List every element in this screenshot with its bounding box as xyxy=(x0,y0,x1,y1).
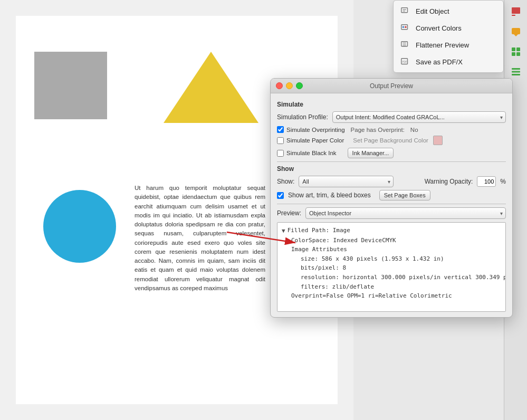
inspector-row-2: Image Attributes xyxy=(282,245,501,254)
show-section-header: Show xyxy=(277,165,506,173)
svg-text:PDF: PDF xyxy=(403,61,407,63)
set-page-boxes-button[interactable]: Set Page Boxes xyxy=(379,190,430,201)
svg-rect-7 xyxy=(516,52,520,56)
toolbar-btn-3[interactable] xyxy=(506,42,525,61)
close-button[interactable] xyxy=(276,82,283,89)
inspector-row-4: bits/pixel: 8 xyxy=(282,263,501,273)
show-bleed-row: Show art, trim, & bleed boxes Set Page B… xyxy=(277,190,506,201)
panel-titlebar: Output Preview xyxy=(271,79,512,93)
warning-opacity-unit: % xyxy=(500,178,506,185)
simulate-overprinting-label: Simulate Overprinting xyxy=(286,127,345,133)
inspector-row-7: Overprint=False OPM=1 ri=Relative Colori… xyxy=(282,291,501,301)
minimize-button[interactable] xyxy=(286,82,293,89)
svg-point-15 xyxy=(403,26,405,28)
inspector-row-3: size: 586 x 430 pixels (1.953 x 1.432 in… xyxy=(282,254,501,264)
menu-item-convert-colors-label: Convert Colors xyxy=(416,24,462,32)
flatten-icon xyxy=(400,40,410,50)
menu-item-edit-object-label: Edit Object xyxy=(416,7,449,15)
svg-rect-0 xyxy=(512,7,520,14)
simulate-paper-color-row: Simulate Paper Color Set Page Background… xyxy=(277,136,506,145)
menu-item-edit-object[interactable]: Edit Object xyxy=(394,3,503,20)
svg-rect-2 xyxy=(512,28,520,34)
panel-title: Output Preview xyxy=(370,82,413,90)
svg-rect-4 xyxy=(512,47,515,51)
svg-point-16 xyxy=(405,26,407,28)
simulate-paper-color-checkbox[interactable] xyxy=(277,137,284,144)
svg-marker-3 xyxy=(514,34,518,36)
simulate-black-ink-checkbox[interactable] xyxy=(277,150,284,157)
simulate-black-ink-row: Simulate Black Ink Ink Manager... xyxy=(277,148,506,158)
simulate-section-header: Simulate xyxy=(277,101,506,108)
simulation-profile-select[interactable]: Output Intent: Modified Coated GRACoL... xyxy=(332,111,506,123)
simulation-profile-select-wrapper: Output Intent: Modified Coated GRACoL... xyxy=(332,111,506,123)
inspector-row-1: ColorSpace: Indexed DeviceCMYK xyxy=(282,236,501,245)
svg-rect-14 xyxy=(401,25,408,30)
gray-rectangle xyxy=(34,52,107,119)
toolbar-btn-2[interactable] xyxy=(506,22,525,41)
preview-select[interactable]: Object Inspector xyxy=(305,207,506,219)
simulate-paper-color-label: Simulate Paper Color xyxy=(286,137,344,144)
maximize-button[interactable] xyxy=(296,82,303,89)
convert-colors-icon xyxy=(400,23,410,33)
tree-arrow-0: ▼ xyxy=(282,226,285,236)
blue-circle xyxy=(43,190,116,263)
show-art-trim-bleed-label: Show art, trim, & bleed boxes xyxy=(288,192,371,199)
simulate-overprinting-checkbox[interactable] xyxy=(277,126,284,133)
svg-rect-6 xyxy=(512,52,515,56)
menu-item-save-pdfx-label: Save as PDF/X xyxy=(416,58,463,66)
lorem-text: Ut harum quo temporit moluptatur sequat … xyxy=(135,184,265,293)
simulation-profile-row: Simulation Profile: Output Intent: Modif… xyxy=(277,111,506,123)
inspector-row-0: ▼ Filled Path: Image xyxy=(282,226,501,236)
yellow-triangle xyxy=(164,52,258,123)
output-preview-panel: Output Preview Simulate Simulation Profi… xyxy=(270,78,513,318)
save-pdfx-icon: PDF xyxy=(400,56,410,67)
show-label: Show: xyxy=(277,178,294,185)
titlebar-buttons xyxy=(276,82,303,89)
inspector-row-5: resolution: horizontal 300.000 pixels/in… xyxy=(282,273,501,282)
warning-opacity-input[interactable] xyxy=(477,176,496,187)
divider-1 xyxy=(277,161,506,162)
page-has-overprint-value: No xyxy=(410,127,418,133)
svg-rect-8 xyxy=(512,68,520,70)
menu-item-convert-colors[interactable]: Convert Colors xyxy=(394,20,503,36)
simulation-profile-label: Simulation Profile: xyxy=(277,113,328,121)
menu-item-flattener-label: Flattener Preview xyxy=(416,41,469,49)
ink-manager-button[interactable]: Ink Manager... xyxy=(348,148,394,158)
menu-item-save-as-pdfx[interactable]: PDF Save as PDF/X xyxy=(394,53,503,70)
set-page-background-color-label: Set Page Background Color xyxy=(353,137,428,144)
warning-opacity-label: Warning Opacity: xyxy=(425,178,473,185)
svg-rect-1 xyxy=(512,15,515,16)
panel-content: Simulate Simulation Profile: Output Inte… xyxy=(271,93,512,317)
show-select[interactable]: All xyxy=(299,176,394,187)
edit-icon xyxy=(400,6,410,16)
svg-rect-11 xyxy=(401,8,408,13)
toolbar-btn-1[interactable] xyxy=(506,2,525,21)
inspector-text-0: Filled Path: Image xyxy=(288,226,350,235)
page-background-color-swatch[interactable] xyxy=(433,136,443,145)
svg-rect-9 xyxy=(512,71,520,73)
simulate-black-ink-label: Simulate Black Ink xyxy=(286,150,337,156)
show-row: Show: All Warning Opacity: % xyxy=(277,176,506,187)
inspector-panel[interactable]: ▼ Filled Path: Image ColorSpace: Indexed… xyxy=(277,222,506,312)
show-select-wrapper: All xyxy=(299,176,394,187)
svg-rect-10 xyxy=(512,74,520,75)
menu-item-flattener-preview[interactable]: Flattener Preview xyxy=(394,36,503,53)
divider-2 xyxy=(277,204,506,204)
page-has-overprint-label: Page has Overprint: xyxy=(351,127,405,133)
preview-row: Preview: Object Inspector xyxy=(277,207,506,219)
simulate-overprinting-row: Simulate Overprinting Page has Overprint… xyxy=(277,126,506,133)
svg-rect-5 xyxy=(516,47,520,51)
preview-label: Preview: xyxy=(277,209,301,217)
preview-select-wrapper: Object Inspector xyxy=(305,207,506,219)
inspector-row-6: filters: zlib/deflate xyxy=(282,282,501,292)
svg-rect-17 xyxy=(401,42,408,46)
dropdown-menu: Edit Object Convert Colors Flattener Pre… xyxy=(393,0,504,73)
show-art-trim-bleed-checkbox[interactable] xyxy=(277,192,284,199)
